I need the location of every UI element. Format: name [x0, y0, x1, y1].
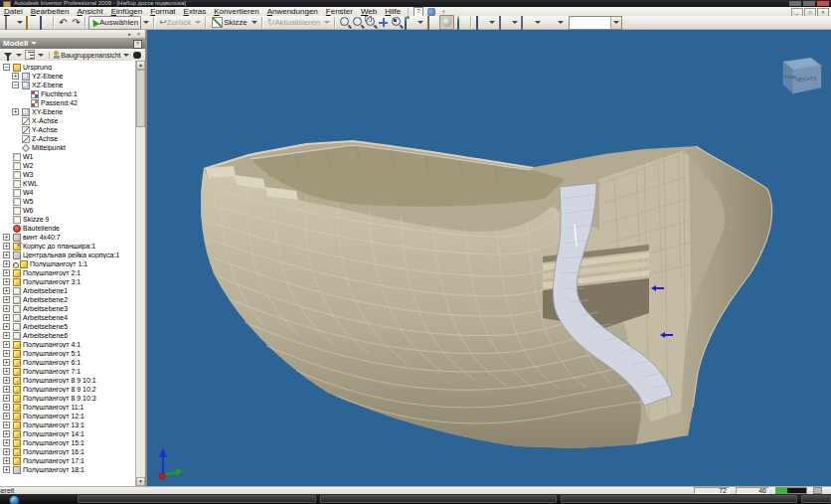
update-dropdown[interactable]: [324, 21, 330, 24]
tree-expander[interactable]: [3, 296, 10, 303]
tree-expander[interactable]: [3, 305, 10, 312]
tree-item[interactable]: Arbeitsebene3: [0, 304, 135, 313]
tree-expander[interactable]: [3, 314, 10, 321]
tree-item[interactable]: Полушпангоут 7:1: [0, 367, 135, 376]
save-button[interactable]: [39, 17, 50, 28]
maximize-button[interactable]: [803, 1, 815, 6]
tree-item[interactable]: Полушпангоут 15:1: [0, 438, 135, 447]
tree-item[interactable]: Skizze 9: [0, 215, 135, 224]
zoom-all-button[interactable]: [339, 17, 350, 28]
tree-expander[interactable]: [3, 341, 10, 348]
find-icon[interactable]: [133, 52, 141, 59]
tree-item[interactable]: Полушпангоут 13:1: [0, 420, 135, 429]
tree-expander[interactable]: [3, 368, 10, 375]
view-representation-combo[interactable]: [569, 16, 622, 30]
tree-item[interactable]: Passend:42: [0, 98, 135, 107]
update-button[interactable]: ↻ Aktualisieren: [265, 17, 322, 29]
tree-item[interactable]: W5: [0, 197, 135, 206]
tree-item[interactable]: Полушпангоут 17:1: [0, 456, 135, 465]
tree-item[interactable]: Полушпангоут 4:1: [0, 340, 135, 349]
menu-item[interactable]: Ansicht: [73, 7, 106, 16]
menu-item[interactable]: Einfügen: [107, 7, 147, 16]
tree-item[interactable]: W1: [0, 152, 135, 161]
zoom-window-button[interactable]: [365, 17, 376, 28]
select-dropdown[interactable]: [143, 21, 149, 24]
zoom-selected-button[interactable]: [391, 17, 402, 28]
tree-expander[interactable]: [12, 73, 19, 80]
tree-item[interactable]: Полушпангоут 1:1: [0, 259, 135, 268]
taskbar-item[interactable]: [78, 495, 316, 503]
tree-item[interactable]: Arbeitsebene5: [0, 322, 135, 331]
return-dropdown[interactable]: [195, 21, 201, 24]
tree-expander[interactable]: [3, 278, 10, 285]
assistant-icon[interactable]: [427, 8, 435, 16]
tree-item[interactable]: Полушпангоут 6:1: [0, 358, 135, 367]
tree-expander[interactable]: [3, 323, 10, 330]
browser-header[interactable]: Modell ?: [0, 38, 145, 49]
panel-expand-icon[interactable]: ▸: [126, 31, 133, 37]
menu-item[interactable]: Extras: [180, 7, 211, 16]
tree-expander[interactable]: [3, 260, 10, 267]
tree-item[interactable]: Полушпангоут 8 9 10:3: [0, 394, 135, 403]
menu-item[interactable]: Konvertieren: [210, 7, 262, 16]
filter-dropdown[interactable]: [16, 54, 22, 57]
close-button[interactable]: [817, 1, 829, 6]
ground-shadow-button[interactable]: [456, 17, 467, 28]
tree-expander[interactable]: [3, 404, 10, 411]
tree-scrollbar[interactable]: ▲ ▼: [135, 61, 145, 486]
tree-expander[interactable]: [3, 377, 10, 384]
menu-item[interactable]: Web: [357, 7, 381, 16]
viewport-3d[interactable]: VORNE RECHTS: [147, 30, 831, 486]
tree-item[interactable]: Полушпангоут 8 9 10:2: [0, 385, 135, 394]
panel-grip[interactable]: ▸ ×: [0, 30, 145, 38]
slice-view-button[interactable]: [521, 17, 532, 28]
orbit-dropdown[interactable]: [417, 21, 423, 24]
visual-style-button[interactable]: [475, 17, 486, 28]
sketch-button[interactable]: Skizze: [209, 17, 249, 29]
tree-options-icon[interactable]: [25, 50, 35, 60]
start-button[interactable]: [9, 495, 20, 504]
menu-item[interactable]: Datei: [0, 7, 27, 16]
look-at-button[interactable]: [426, 17, 437, 28]
tree-item[interactable]: KWL: [0, 179, 135, 188]
panel-close-icon[interactable]: ×: [135, 31, 142, 37]
tree-item[interactable]: YZ-Ebene: [0, 72, 135, 81]
redo-button[interactable]: ↷: [71, 17, 82, 28]
slice-view-dropdown[interactable]: [535, 21, 541, 24]
tree-item[interactable]: Fluchtend:1: [0, 89, 135, 98]
tree-expander[interactable]: [3, 421, 10, 428]
tree-item[interactable]: Полушпангоут 5:1: [0, 349, 135, 358]
tree-expander[interactable]: [3, 395, 10, 402]
tree-expander[interactable]: [3, 269, 10, 276]
tree-item[interactable]: Полушпангоут 14:1: [0, 429, 135, 438]
tree-expander[interactable]: [12, 108, 19, 115]
tree-expander[interactable]: [3, 448, 10, 455]
tree-item[interactable]: Центральная рейка корпуса:1: [0, 251, 135, 259]
shaded-display-button[interactable]: [439, 15, 454, 30]
tree-item[interactable]: W4: [0, 188, 135, 197]
menu-item[interactable]: Format: [146, 7, 179, 16]
tree-item[interactable]: XZ-Ebene: [0, 81, 135, 89]
menu-item[interactable]: Bearbeiten: [27, 7, 74, 16]
browser-title-dropdown[interactable]: [31, 42, 37, 45]
tree-expander[interactable]: [3, 234, 10, 241]
visual-style-dropdown[interactable]: [489, 21, 495, 24]
tree-expander[interactable]: [3, 252, 10, 258]
tree-item[interactable]: Корпус до планшира:1: [0, 242, 135, 251]
tree-item[interactable]: Ursprung: [0, 63, 135, 72]
scroll-up-icon[interactable]: ▲: [136, 61, 145, 70]
return-button[interactable]: ↩ Zurück: [157, 17, 193, 29]
filter-icon[interactable]: [4, 53, 12, 58]
help-icon[interactable]: ?: [414, 7, 423, 17]
undo-button[interactable]: ↶: [58, 17, 69, 28]
tree-expander[interactable]: [3, 430, 10, 437]
combo-dropdown-button[interactable]: [610, 17, 621, 29]
view-mode-dropdown[interactable]: [123, 54, 129, 57]
open-button[interactable]: [26, 17, 37, 28]
tree-expander[interactable]: [3, 413, 10, 420]
tree-expander[interactable]: [3, 287, 10, 294]
pan-button[interactable]: [378, 17, 389, 28]
view-mode-selector[interactable]: Baugruppenansicht: [61, 52, 120, 59]
tree-item[interactable]: Arbeitsebene2: [0, 295, 135, 304]
tree-item[interactable]: Полушпангоут 16:1: [0, 447, 135, 456]
